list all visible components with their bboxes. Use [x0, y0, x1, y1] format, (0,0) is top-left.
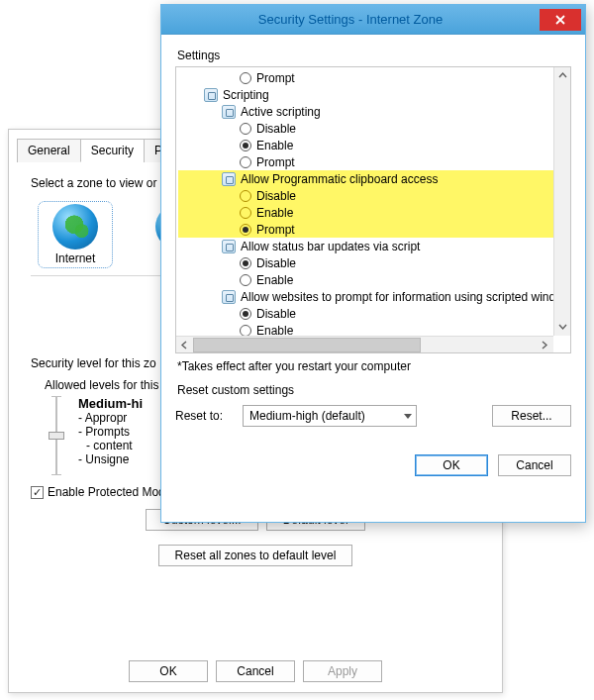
- tree-option[interactable]: Prompt: [178, 153, 570, 170]
- settings-tree-scroll[interactable]: PromptScriptingActive scriptingDisableEn…: [176, 67, 570, 352]
- tree-label: Disable: [256, 256, 296, 270]
- setting-group-icon: [204, 88, 218, 102]
- tree-label: Allow Programmatic clipboard access: [241, 172, 438, 186]
- tree-label: Prompt: [256, 71, 295, 85]
- tree-node: Allow websites to prompt for information…: [178, 288, 570, 305]
- reset-to-value: Medium-high (default): [249, 409, 365, 423]
- tree-option[interactable]: Enable: [178, 271, 570, 288]
- ok-button[interactable]: OK: [415, 454, 488, 476]
- zone-internet[interactable]: Internet: [41, 204, 110, 265]
- tree-node: Scripting: [178, 86, 570, 103]
- globe-icon: [52, 204, 98, 250]
- tree-label: Disable: [256, 189, 296, 203]
- tree-label: Active scripting: [241, 105, 321, 119]
- reset-to-dropdown[interactable]: Medium-high (default): [243, 405, 417, 427]
- tree-label: Scripting: [223, 88, 269, 102]
- tree-option[interactable]: Disable: [178, 305, 570, 322]
- radio-icon[interactable]: [240, 224, 251, 236]
- settings-tree: PromptScriptingActive scriptingDisableEn…: [175, 66, 571, 353]
- reset-to-label: Reset to:: [175, 409, 235, 423]
- scroll-down-button[interactable]: [554, 319, 570, 336]
- reset-all-zones-button[interactable]: Reset all zones to default level: [158, 545, 353, 566]
- security-level-slider[interactable]: [49, 396, 64, 475]
- close-button[interactable]: [540, 9, 581, 31]
- tree-label: Enable: [256, 139, 293, 152]
- scroll-up-button[interactable]: [554, 67, 570, 84]
- chevron-left-icon: [180, 341, 189, 350]
- setting-group-icon: [222, 105, 236, 119]
- tree-label: Prompt: [256, 155, 295, 169]
- chevron-down-icon: [404, 414, 412, 419]
- tree-option[interactable]: Disable: [178, 254, 570, 271]
- radio-icon[interactable]: [240, 325, 251, 337]
- dialog-title: Security Settings - Internet Zone: [161, 12, 540, 27]
- tree-label: Allow status bar updates via script: [241, 240, 420, 253]
- restart-note: *Takes effect after you restart your com…: [177, 359, 569, 373]
- tree-label: Enable: [256, 206, 293, 220]
- settings-group-label: Settings: [177, 49, 571, 62]
- cancel-button[interactable]: Cancel: [216, 660, 295, 682]
- tree-label: Prompt: [256, 223, 295, 237]
- tree-option[interactable]: Enable: [178, 137, 570, 153]
- chevron-down-icon: [558, 323, 567, 332]
- setting-group-icon: [222, 290, 236, 304]
- protected-mode-checkbox[interactable]: [31, 486, 44, 499]
- tree-option[interactable]: Disable: [178, 187, 570, 204]
- radio-icon[interactable]: [240, 72, 251, 84]
- dialog-buttons: OK Cancel Apply: [9, 660, 502, 682]
- radio-icon[interactable]: [240, 207, 251, 219]
- tree-option[interactable]: Disable: [178, 120, 570, 137]
- slider-level-label: Medium-hi: [78, 396, 143, 411]
- radio-icon[interactable]: [240, 257, 251, 269]
- chevron-right-icon: [541, 341, 549, 350]
- ok-button[interactable]: OK: [129, 660, 208, 682]
- tree-option[interactable]: Enable: [178, 204, 570, 221]
- radio-icon[interactable]: [240, 156, 251, 168]
- tree-label: Enable: [256, 273, 293, 287]
- security-settings-dialog: Security Settings - Internet Zone Settin…: [160, 4, 586, 523]
- tree-option[interactable]: Prompt: [178, 69, 570, 86]
- tree-node: Allow Programmatic clipboard access: [178, 170, 570, 187]
- setting-group-icon: [222, 240, 236, 253]
- tree-label: Disable: [256, 307, 296, 321]
- radio-icon[interactable]: [240, 123, 251, 135]
- zone-label: Internet: [41, 251, 110, 265]
- reset-section-label: Reset custom settings: [177, 383, 571, 397]
- tree-label: Allow websites to prompt for information…: [241, 290, 555, 304]
- title-bar[interactable]: Security Settings - Internet Zone: [161, 5, 585, 35]
- radio-icon[interactable]: [240, 274, 251, 286]
- tree-node: Active scripting: [178, 103, 570, 120]
- scroll-left-button[interactable]: [176, 337, 193, 352]
- tree-option[interactable]: Prompt: [178, 221, 570, 238]
- tree-label: Disable: [256, 122, 296, 136]
- tab-security[interactable]: Security: [80, 139, 145, 162]
- scroll-right-button[interactable]: [537, 337, 553, 352]
- setting-group-icon: [222, 172, 236, 186]
- radio-icon[interactable]: [240, 308, 251, 320]
- radio-icon[interactable]: [240, 140, 251, 151]
- cancel-button[interactable]: Cancel: [498, 454, 571, 476]
- close-icon: [554, 14, 566, 26]
- vertical-scrollbar[interactable]: [553, 67, 570, 336]
- tab-general[interactable]: General: [17, 139, 81, 162]
- chevron-up-icon: [558, 71, 567, 80]
- reset-button[interactable]: Reset...: [492, 405, 571, 427]
- level-bullets: Appropr Prompts content Unsigne: [78, 411, 143, 466]
- scroll-thumb[interactable]: [193, 338, 421, 352]
- radio-icon[interactable]: [240, 190, 251, 202]
- apply-button[interactable]: Apply: [303, 660, 382, 682]
- horizontal-scrollbar[interactable]: [176, 336, 553, 352]
- tree-node: Allow status bar updates via script: [178, 238, 570, 254]
